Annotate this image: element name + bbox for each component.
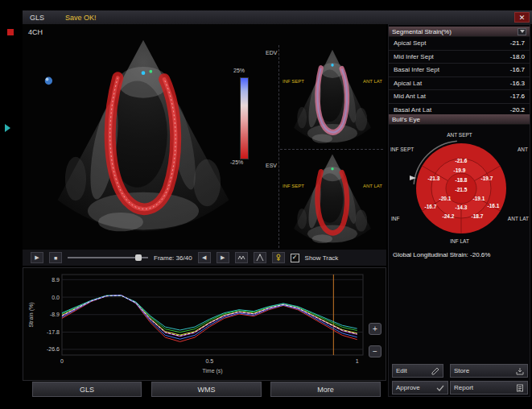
- collapse-chevron-icon[interactable]: [518, 28, 526, 35]
- svg-text:0.5: 0.5: [205, 358, 213, 364]
- edit-button[interactable]: Edit: [392, 364, 443, 378]
- strain-curve: [62, 295, 357, 336]
- segment-label: Mid Ant Lat: [394, 93, 426, 100]
- frame-slider[interactable]: [68, 253, 148, 262]
- svg-text:-26.6: -26.6: [47, 346, 60, 352]
- segment-row: Mid Infer Sept-18.0: [389, 51, 530, 64]
- segment-label: Basal Infer Sept: [394, 66, 439, 73]
- bullseye-title: Bull's Eye: [392, 116, 420, 123]
- zoom-out-button[interactable]: −: [369, 345, 381, 357]
- echo-main-panel: 4CH 25% -25% EDV ESV INF SEPT ANT: [23, 24, 386, 250]
- ant-lat-label: ANT LAT: [363, 79, 382, 84]
- app-title: GLS: [30, 14, 44, 22]
- show-track-label: Show Track: [305, 254, 339, 262]
- bullseye-value: -19.9: [454, 167, 466, 173]
- bullseye-value: -19.7: [481, 176, 493, 181]
- segmental-strain-title: Segmental Strain(%): [392, 28, 452, 35]
- zoom-in-button[interactable]: +: [369, 323, 381, 335]
- echo-thumb-esv-image: [282, 151, 383, 248]
- save-status: Save OK!: [65, 14, 97, 22]
- frame-slider-knob[interactable]: [135, 254, 142, 261]
- segment-value: -21.7: [510, 39, 525, 47]
- bullseye-segment-label: ANT: [518, 147, 528, 152]
- bullseye-value: -16.1: [488, 203, 500, 209]
- report-button[interactable]: Report: [450, 381, 528, 395]
- svg-text:1: 1: [356, 358, 359, 364]
- bullseye-value: -20.1: [439, 196, 452, 201]
- inf-sept-label: INF SEPT: [282, 79, 304, 84]
- approve-button[interactable]: Approve: [392, 381, 448, 395]
- apex-marker-cyan: [142, 71, 146, 75]
- bullseye-value: -21.3: [428, 176, 440, 181]
- segment-value: -18.0: [510, 53, 525, 60]
- topbar: GLS Save OK! ✕: [23, 10, 532, 24]
- segment-row: Apical Sept-21.7: [389, 37, 530, 51]
- echo-thumb-edv[interactable]: INF SEPT ANT LAT: [282, 47, 383, 148]
- global-strain-value: Global Longitudinal Strain: -20.6%: [393, 251, 490, 258]
- echo-thumb-edv-image: [282, 47, 383, 148]
- bullseye-value: -16.7: [425, 204, 437, 209]
- svg-text:0: 0: [60, 358, 64, 364]
- bullseye-value: -19.1: [473, 196, 485, 201]
- segment-value: -16.3: [510, 80, 525, 87]
- strain-chart[interactable]: 8.90.0-8.9-17.8-26.600.51Strain (%)Time …: [23, 268, 386, 380]
- tab-wms[interactable]: WMS: [151, 382, 262, 397]
- show-track-checkbox[interactable]: ✓: [291, 254, 299, 262]
- bullseye-header: Bull's Eye: [389, 114, 530, 125]
- frame-counter: Frame: 36/40: [154, 254, 192, 262]
- next-frame-button[interactable]: ▶: [217, 252, 229, 263]
- svg-text:0.0: 0.0: [52, 295, 60, 300]
- tab-more[interactable]: More: [270, 382, 381, 397]
- document-icon: [516, 384, 524, 392]
- bullseye-segment-label: INF LAT: [450, 238, 469, 244]
- segment-label: Mid Infer Sept: [394, 53, 434, 60]
- segment-label: Basal Ant Lat: [394, 106, 431, 114]
- segment-value: -17.6: [510, 93, 525, 100]
- orientation-marker-dot: [46, 78, 49, 81]
- measure-caliper-icon[interactable]: [254, 252, 266, 263]
- bullseye-plot: -21.6-19.9-21.3-18.8-19.7-21.5-20.1-19.1…: [389, 126, 531, 246]
- segment-row: Mid Ant Lat-17.6: [389, 90, 530, 104]
- cine-loop-icon[interactable]: [235, 252, 248, 263]
- bullseye-segment-label: INF: [391, 216, 400, 221]
- bullseye-value: -21.5: [456, 187, 468, 192]
- svg-text:-17.8: -17.8: [47, 329, 60, 335]
- results-panel: Segmental Strain(%) Apical Sept-21.7Mid …: [388, 24, 530, 397]
- segment-label: Apical Sept: [394, 39, 426, 47]
- bullseye-segment-label: ANT SEPT: [447, 132, 472, 138]
- annotation-icon[interactable]: [272, 252, 285, 263]
- orientation-marker: [45, 77, 52, 85]
- strain-curve: [62, 295, 357, 340]
- bullseye-value: -24.2: [443, 213, 455, 219]
- bullseye-value: -18.7: [472, 213, 484, 219]
- colorbar-min-label: -25%: [230, 159, 243, 165]
- pencil-icon: [431, 367, 439, 375]
- segment-value: -16.7: [510, 66, 525, 73]
- echo-image-4ch[interactable]: [31, 34, 256, 242]
- bullseye-segment-label: ANT LAT: [508, 216, 529, 221]
- svg-text:Time (s): Time (s): [202, 368, 222, 374]
- svg-text:8.9: 8.9: [52, 277, 60, 283]
- segmental-strain-header: Segmental Strain(%): [389, 27, 530, 37]
- inf-sept-label: INF SEPT: [282, 184, 304, 188]
- strain-curve: [62, 295, 357, 341]
- thumbnail-divider: [278, 45, 279, 248]
- thumbnail-separator: [280, 149, 383, 150]
- thumb-marker: [331, 64, 333, 67]
- close-button[interactable]: ✕: [514, 12, 530, 23]
- strain-colorbar: [240, 77, 249, 159]
- play-button[interactable]: ▶: [31, 252, 43, 263]
- strain-chart-panel: 8.90.0-8.9-17.8-26.600.51Strain (%)Time …: [23, 267, 386, 381]
- tab-gls[interactable]: GLS: [32, 382, 142, 397]
- stop-button[interactable]: ■: [49, 252, 62, 263]
- esv-label: ESV: [266, 163, 277, 168]
- bullseye-value: -18.8: [456, 177, 468, 183]
- apex-marker-green: [149, 70, 152, 73]
- segmental-strain-table: Apical Sept-21.7Mid Infer Sept-18.0Basal…: [389, 37, 530, 117]
- prev-frame-button[interactable]: ◀: [198, 252, 211, 263]
- store-button[interactable]: Store: [450, 364, 528, 378]
- echo-thumb-esv[interactable]: INF SEPT ANT LAT: [282, 151, 383, 248]
- record-indicator: [7, 29, 14, 35]
- bullseye-value: -21.6: [456, 158, 468, 163]
- gls-analysis-window: GLS Save OK! ✕ 4CH 25% -25% EDV ESV: [0, 0, 532, 409]
